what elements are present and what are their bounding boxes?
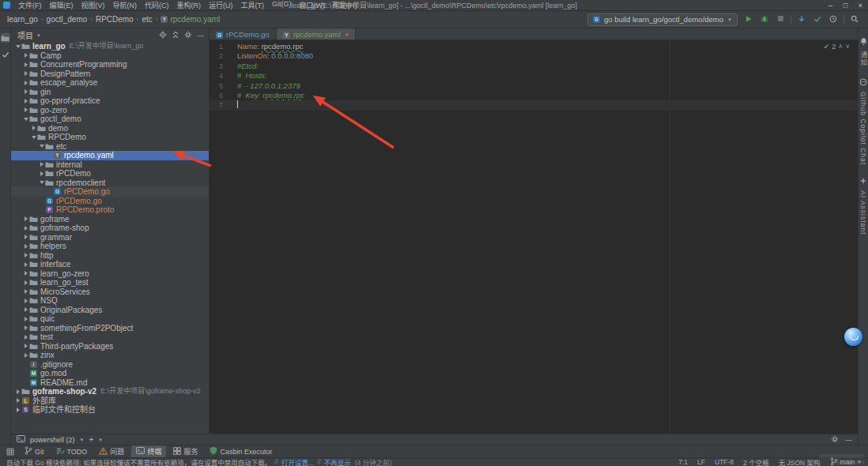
tool-window-switcher-icon[interactable] [3,448,17,456]
tool-window-button-todo[interactable]: TODO [51,446,92,457]
tree-toggle-icon[interactable] [22,115,29,124]
tree-item-item-39[interactable]: L外部库 [11,396,209,406]
editor-tab-rpcdemo-yaml[interactable]: Yrpcdemo.yaml× [277,28,356,39]
tree-item-helpers[interactable]: helpers [11,242,209,251]
breadcrumb-item-rpcdemo-yaml[interactable]: Yrpcdemo.yaml [158,15,222,24]
tree-toggle-icon[interactable] [14,387,21,396]
tree-toggle-icon[interactable] [38,169,45,179]
tree-item-concurrentprogramming[interactable]: ConcurrentProgramming [11,60,209,70]
tree-toggle-icon[interactable] [22,233,29,242]
vcs-update-button[interactable] [796,14,807,25]
settings-icon[interactable] [831,435,839,445]
hide-icon[interactable]: — [197,31,204,39]
code-line-4[interactable]: 4# Hosts: [209,71,858,81]
tool-button-ai-assistant[interactable]: AI Assistant [859,174,867,235]
tool-button-item-0[interactable]: 通知 [859,35,868,66]
tree-item-http[interactable]: http [11,251,209,261]
tree-toggle-icon[interactable] [30,124,37,133]
menu-git[interactable]: Git(G) [268,0,296,10]
tree-toggle-icon[interactable] [14,42,21,51]
tree-item-microservices[interactable]: MicroServices [11,287,209,297]
menu-file[interactable]: 文件(F) [14,0,46,10]
tree-item-internal[interactable]: internal [11,160,209,170]
tree-toggle-icon[interactable] [22,224,29,233]
breadcrumb-item-goctl-demo[interactable]: goctl_demo [44,15,90,24]
menu-navigate[interactable]: 导航(N) [109,0,142,10]
tree-item-item-40[interactable]: S临时文件和控制台 [11,405,209,415]
prev-problem-icon[interactable]: ∧ [838,42,843,51]
window-maximize-button[interactable]: □ [838,0,853,11]
hide-icon[interactable]: — [845,436,852,444]
tree-toggle-icon[interactable] [22,269,29,279]
menu-run[interactable]: 运行(U) [205,0,237,10]
tree-item-originalpackages[interactable]: OriginalPackages [11,306,209,315]
status-segment-2[interactable]: 2 个空格 [743,457,769,466]
tree-toggle-icon[interactable] [30,133,37,142]
project-panel-title[interactable]: 项目 [17,29,33,41]
tree-toggle-icon[interactable] [22,314,29,324]
code-line-1[interactable]: 1Name: rpcdemo.rpc [209,42,858,51]
stop-button[interactable] [775,14,786,25]
tree-item-rpcdemo-proto[interactable]: PRPCDemo.proto [11,205,209,215]
tree-item-quic[interactable]: quic [11,314,209,324]
tool-button-commit[interactable] [1,50,10,59]
code-line-7[interactable]: 7 [209,100,858,110]
tool-window-button-item-2[interactable]: 问题 [94,445,129,457]
tool-window-button-item-3[interactable]: 终端 [131,445,166,457]
tree-item-readme-md[interactable]: MREADME.md [11,378,209,388]
menu-tools[interactable]: 工具(T) [237,0,269,10]
tool-button-github-copilot-chat[interactable]: Github Copilot Chat [859,75,867,165]
tree-toggle-icon[interactable] [38,179,45,188]
tree-toggle-icon[interactable] [22,296,29,306]
menu-help[interactable]: 帮助(H) [329,0,361,10]
settings-icon[interactable] [184,31,192,40]
tree-item-designpattern[interactable]: DesignPattern [11,70,209,79]
tree-item-rpcdemoclient[interactable]: rpcdemoclient [11,179,209,188]
tree-item-rpcdemo-go[interactable]: GrPCDemo.go [11,187,209,197]
tree-item-etc[interactable]: etc [11,142,209,152]
code-line-6[interactable]: 6# Key: rpcdemo.rpc [209,91,858,100]
search-button[interactable] [849,14,860,25]
chevron-down-icon[interactable]: ▼ [80,438,85,442]
tree-item-rpcdemo-yaml[interactable]: Yrpcdemo.yaml [11,151,209,160]
tree-item-learn-go-zero[interactable]: learn_go-zero [11,269,209,279]
tool-window-button-item-4[interactable]: 服务 [168,445,202,457]
menu-refactor[interactable]: 重构(R) [173,0,206,10]
tree-item-test[interactable]: test [11,333,209,342]
floating-assistant-button[interactable] [844,328,862,346]
tree-toggle-icon[interactable] [22,324,29,333]
tool-window-button-casbin-executor[interactable]: Casbin Executor [205,445,277,457]
status-action-open-settings[interactable]: 打开设置... [281,457,314,466]
collapse-all-icon[interactable] [172,31,179,40]
tree-toggle-icon[interactable] [14,396,21,406]
tree-item-rpcdemo[interactable]: rPCDemo [11,169,209,179]
code-line-5[interactable]: 5# - 127.0.0.1:2379 [209,81,858,91]
vcs-commit-button[interactable] [812,14,823,25]
tree-toggle-icon[interactable] [22,88,29,97]
tree-item-rpcdemo[interactable]: RPCDemo [11,133,209,142]
tree-item-third-partypackages[interactable]: Third-partyPackages [11,342,209,351]
tool-button-project[interactable] [1,33,10,43]
code-line-3[interactable]: 3#Etcd: [209,62,858,71]
tree-item-gin[interactable]: gin [11,88,209,97]
window-minimize-button[interactable]: – [823,0,838,11]
status-segment-utf-8[interactable]: UTF-8 [715,458,734,466]
tree-item-zinx[interactable]: zinx [11,351,209,360]
tool-window-button-git[interactable]: Git [20,445,49,457]
tree-toggle-icon[interactable] [22,351,29,360]
close-tab-icon[interactable]: × [345,31,349,38]
code-editor[interactable]: 1Name: rpcdemo.rpc2ListenOn: 0.0.0.0:808… [209,40,858,434]
menu-window[interactable]: 窗口(W) [296,0,330,10]
tree-toggle-icon[interactable] [38,160,45,170]
tree-toggle-icon[interactable] [22,342,29,351]
editor-tab-rpcdemo-go[interactable]: GrPCDemo.go [209,28,277,39]
tree-toggle-icon[interactable] [22,106,29,115]
tree-item-grammar[interactable]: grammar [11,233,209,242]
tree-toggle-icon[interactable] [22,242,29,251]
tree-item-rpcdemo-go[interactable]: GrPCDemo.go [11,197,209,206]
breadcrumb-item-rpcdemo[interactable]: RPCDemo [93,15,136,24]
status-action-dismiss[interactable]: 不再显示 [324,457,351,466]
breadcrumb-item-etc[interactable]: etc [139,15,154,24]
tree-item-goctl-demo[interactable]: goctl_demo [11,115,209,124]
tree-toggle-icon[interactable] [22,60,29,70]
